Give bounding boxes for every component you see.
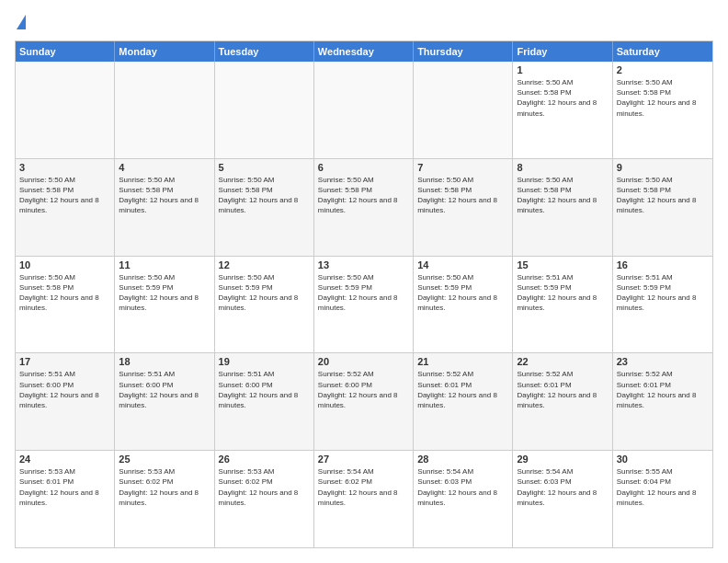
- day-number: 3: [19, 162, 110, 173]
- cell-info: Sunrise: 5:50 AM Sunset: 5:58 PM Dayligh…: [19, 175, 110, 216]
- day-number: 9: [617, 162, 709, 173]
- table-row: 30Sunrise: 5:55 AM Sunset: 6:04 PM Dayli…: [613, 451, 712, 547]
- day-number: 15: [517, 259, 608, 270]
- cell-info: Sunrise: 5:50 AM Sunset: 5:58 PM Dayligh…: [318, 175, 409, 216]
- table-row: 11Sunrise: 5:50 AM Sunset: 5:59 PM Dayli…: [115, 257, 214, 353]
- header-cell-tuesday: Tuesday: [215, 41, 314, 62]
- cell-info: Sunrise: 5:51 AM Sunset: 6:00 PM Dayligh…: [119, 369, 210, 410]
- day-number: 22: [517, 356, 608, 367]
- day-number: 21: [417, 356, 508, 367]
- day-number: 26: [219, 454, 310, 465]
- cell-info: Sunrise: 5:52 AM Sunset: 6:00 PM Dayligh…: [318, 369, 409, 410]
- table-row: 22Sunrise: 5:52 AM Sunset: 6:01 PM Dayli…: [513, 353, 612, 450]
- cell-info: Sunrise: 5:50 AM Sunset: 5:59 PM Dayligh…: [417, 272, 508, 314]
- day-number: 6: [318, 162, 409, 173]
- logo-text: [15, 15, 26, 31]
- logo-triangle-icon: [17, 15, 26, 29]
- day-number: 18: [119, 356, 210, 367]
- table-row: [414, 62, 513, 158]
- cell-info: Sunrise: 5:50 AM Sunset: 5:58 PM Dayligh…: [19, 272, 110, 314]
- calendar-row: 10Sunrise: 5:50 AM Sunset: 5:58 PM Dayli…: [16, 256, 712, 353]
- day-number: 12: [219, 259, 310, 270]
- day-number: 7: [417, 162, 508, 173]
- calendar-header: SundayMondayTuesdayWednesdayThursdayFrid…: [16, 41, 712, 62]
- calendar-body: 1Sunrise: 5:50 AM Sunset: 5:58 PM Daylig…: [16, 62, 712, 547]
- cell-info: Sunrise: 5:54 AM Sunset: 6:03 PM Dayligh…: [417, 466, 508, 508]
- day-number: 5: [219, 162, 310, 173]
- table-row: 4Sunrise: 5:50 AM Sunset: 5:58 PM Daylig…: [115, 159, 214, 256]
- day-number: 24: [19, 454, 110, 465]
- day-number: 27: [318, 454, 409, 465]
- table-row: 1Sunrise: 5:50 AM Sunset: 5:58 PM Daylig…: [513, 62, 612, 158]
- cell-info: Sunrise: 5:55 AM Sunset: 6:04 PM Dayligh…: [617, 466, 709, 508]
- table-row: [16, 62, 115, 158]
- day-number: 17: [19, 356, 110, 367]
- table-row: 26Sunrise: 5:53 AM Sunset: 6:02 PM Dayli…: [215, 451, 314, 547]
- calendar-row: 3Sunrise: 5:50 AM Sunset: 5:58 PM Daylig…: [16, 158, 712, 256]
- table-row: 7Sunrise: 5:50 AM Sunset: 5:58 PM Daylig…: [414, 159, 513, 256]
- cell-info: Sunrise: 5:50 AM Sunset: 5:58 PM Dayligh…: [617, 77, 709, 119]
- cell-info: Sunrise: 5:50 AM Sunset: 5:58 PM Dayligh…: [517, 175, 608, 216]
- header-cell-monday: Monday: [115, 41, 214, 62]
- header: [15, 15, 713, 31]
- table-row: [314, 62, 414, 158]
- day-number: 10: [19, 259, 110, 270]
- day-number: 8: [517, 162, 608, 173]
- calendar-row: 24Sunrise: 5:53 AM Sunset: 6:01 PM Dayli…: [16, 450, 712, 547]
- cell-info: Sunrise: 5:54 AM Sunset: 6:03 PM Dayligh…: [517, 466, 608, 508]
- cell-info: Sunrise: 5:50 AM Sunset: 5:59 PM Dayligh…: [318, 272, 409, 314]
- calendar-row: 17Sunrise: 5:51 AM Sunset: 6:00 PM Dayli…: [16, 352, 712, 450]
- day-number: 4: [119, 162, 210, 173]
- table-row: 14Sunrise: 5:50 AM Sunset: 5:59 PM Dayli…: [414, 257, 513, 353]
- table-row: 8Sunrise: 5:50 AM Sunset: 5:58 PM Daylig…: [513, 159, 612, 256]
- table-row: 21Sunrise: 5:52 AM Sunset: 6:01 PM Dayli…: [414, 353, 513, 450]
- cell-info: Sunrise: 5:52 AM Sunset: 6:01 PM Dayligh…: [417, 369, 508, 410]
- table-row: 13Sunrise: 5:50 AM Sunset: 5:59 PM Dayli…: [314, 257, 414, 353]
- day-number: 28: [417, 454, 508, 465]
- header-cell-friday: Friday: [513, 41, 612, 62]
- table-row: 9Sunrise: 5:50 AM Sunset: 5:58 PM Daylig…: [613, 159, 712, 256]
- header-cell-saturday: Saturday: [613, 41, 712, 62]
- table-row: 16Sunrise: 5:51 AM Sunset: 5:59 PM Dayli…: [613, 257, 712, 353]
- day-number: 16: [617, 259, 709, 270]
- cell-info: Sunrise: 5:50 AM Sunset: 5:58 PM Dayligh…: [119, 175, 210, 216]
- table-row: 6Sunrise: 5:50 AM Sunset: 5:58 PM Daylig…: [314, 159, 414, 256]
- table-row: 29Sunrise: 5:54 AM Sunset: 6:03 PM Dayli…: [513, 451, 612, 547]
- table-row: 23Sunrise: 5:52 AM Sunset: 6:01 PM Dayli…: [613, 353, 712, 450]
- cell-info: Sunrise: 5:52 AM Sunset: 6:01 PM Dayligh…: [517, 369, 608, 410]
- table-row: 10Sunrise: 5:50 AM Sunset: 5:58 PM Dayli…: [16, 257, 115, 353]
- day-number: 29: [517, 454, 608, 465]
- table-row: 25Sunrise: 5:53 AM Sunset: 6:02 PM Dayli…: [115, 451, 214, 547]
- cell-info: Sunrise: 5:50 AM Sunset: 5:59 PM Dayligh…: [119, 272, 210, 314]
- table-row: [115, 62, 214, 158]
- table-row: 18Sunrise: 5:51 AM Sunset: 6:00 PM Dayli…: [115, 353, 214, 450]
- table-row: [215, 62, 314, 158]
- day-number: 1: [517, 64, 608, 75]
- cell-info: Sunrise: 5:51 AM Sunset: 5:59 PM Dayligh…: [617, 272, 709, 314]
- cell-info: Sunrise: 5:51 AM Sunset: 5:59 PM Dayligh…: [517, 272, 608, 314]
- cell-info: Sunrise: 5:50 AM Sunset: 5:59 PM Dayligh…: [219, 272, 310, 314]
- day-number: 30: [617, 454, 709, 465]
- day-number: 11: [119, 259, 210, 270]
- day-number: 20: [318, 356, 409, 367]
- day-number: 2: [617, 64, 709, 75]
- table-row: 5Sunrise: 5:50 AM Sunset: 5:58 PM Daylig…: [215, 159, 314, 256]
- table-row: 19Sunrise: 5:51 AM Sunset: 6:00 PM Dayli…: [215, 353, 314, 450]
- logo: [15, 15, 26, 31]
- day-number: 23: [617, 356, 709, 367]
- cell-info: Sunrise: 5:50 AM Sunset: 5:58 PM Dayligh…: [517, 77, 608, 119]
- table-row: 24Sunrise: 5:53 AM Sunset: 6:01 PM Dayli…: [16, 451, 115, 547]
- table-row: 15Sunrise: 5:51 AM Sunset: 5:59 PM Dayli…: [513, 257, 612, 353]
- header-cell-sunday: Sunday: [16, 41, 115, 62]
- cell-info: Sunrise: 5:51 AM Sunset: 6:00 PM Dayligh…: [19, 369, 110, 410]
- cell-info: Sunrise: 5:50 AM Sunset: 5:58 PM Dayligh…: [219, 175, 310, 216]
- day-number: 25: [119, 454, 210, 465]
- cell-info: Sunrise: 5:53 AM Sunset: 6:02 PM Dayligh…: [219, 466, 310, 508]
- calendar-row: 1Sunrise: 5:50 AM Sunset: 5:58 PM Daylig…: [16, 62, 712, 158]
- cell-info: Sunrise: 5:52 AM Sunset: 6:01 PM Dayligh…: [617, 369, 709, 410]
- cell-info: Sunrise: 5:53 AM Sunset: 6:02 PM Dayligh…: [119, 466, 210, 508]
- day-number: 19: [219, 356, 310, 367]
- table-row: 28Sunrise: 5:54 AM Sunset: 6:03 PM Dayli…: [414, 451, 513, 547]
- table-row: 12Sunrise: 5:50 AM Sunset: 5:59 PM Dayli…: [215, 257, 314, 353]
- cell-info: Sunrise: 5:50 AM Sunset: 5:58 PM Dayligh…: [417, 175, 508, 216]
